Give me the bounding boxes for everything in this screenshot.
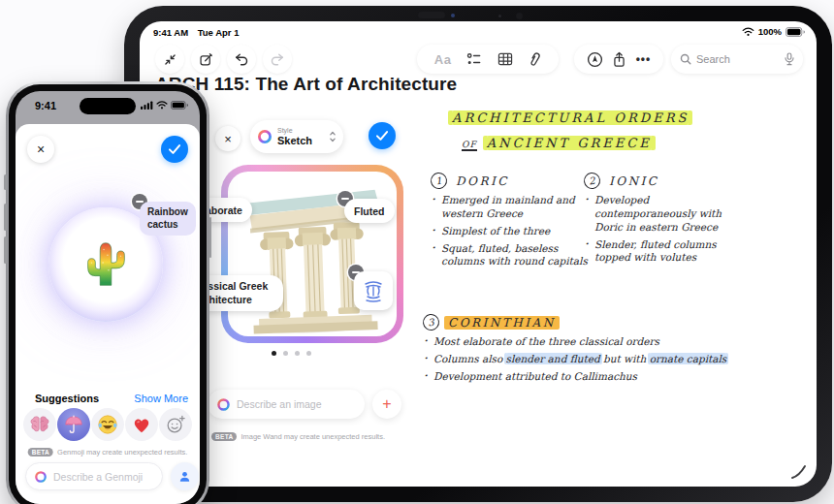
add-reference-button[interactable]: +: [372, 390, 401, 419]
table-button[interactable]: [497, 52, 513, 66]
screen-corner-reflection: [789, 461, 809, 481]
collapse-toolbar-button[interactable]: [155, 45, 184, 74]
sketch-reference-thumbnail[interactable]: [354, 271, 393, 310]
wifi-icon: [742, 27, 754, 37]
iphone-genmoji-screen: 9:41 ×: [16, 91, 200, 504]
redo-icon: [270, 52, 285, 66]
style-label: Style: [277, 127, 312, 135]
checklist-button[interactable]: [466, 52, 482, 66]
beta-badge: BETA: [28, 448, 53, 457]
apple-intelligence-icon: [257, 129, 273, 144]
ipad-battery-percent: 100%: [758, 26, 782, 37]
battery-icon: [171, 101, 188, 110]
style-picker[interactable]: Style Sketch: [250, 120, 343, 153]
corinthian-bullet: Development attributed to Callimachus: [423, 370, 743, 384]
show-more-link[interactable]: Show More: [134, 393, 188, 404]
table-icon: [497, 52, 513, 66]
suggestion-laughing-emoji[interactable]: [91, 408, 124, 441]
image-wand-input[interactable]: Describe an image: [208, 390, 365, 419]
ionic-title: IONIC: [609, 174, 659, 188]
image-wand-close-button[interactable]: ×: [215, 126, 241, 151]
suggestions-label: Suggestions: [35, 393, 99, 404]
genmoji-input[interactable]: Describe a Genmoji: [25, 462, 163, 490]
wifi-icon: [156, 101, 168, 110]
checkmark-icon: [168, 143, 181, 155]
ionic-bullet: Developed contemporaneously with Doric i…: [584, 194, 751, 235]
heart-emoji-icon: [131, 415, 152, 434]
iphone-device: 9:41 ×: [6, 81, 209, 504]
plus-icon: +: [382, 395, 391, 413]
notes-format-toolbar: Aa: [417, 45, 559, 74]
ipad-camera-housing: [418, 12, 445, 18]
notes-tools-toolbar: •••: [574, 45, 663, 74]
genmoji-accept-button[interactable]: [161, 136, 188, 163]
notes-toolbar-left: [155, 45, 292, 74]
chevron-up-down-icon: [329, 131, 337, 142]
checkmark-icon: [375, 130, 389, 142]
laughing-emoji-icon: [97, 414, 118, 435]
redo-button[interactable]: [263, 45, 292, 74]
person-icon: [177, 469, 192, 484]
collapse-arrows-icon: [163, 52, 177, 67]
marketing-composite: 9:41 AM Tue Apr 1 100%: [0, 0, 834, 504]
beta-badge: BETA: [211, 432, 237, 441]
ipad-device: 9:41 AM Tue Apr 1 100%: [124, 6, 832, 502]
ipad-status-bar: 9:41 AM Tue Apr 1: [153, 27, 239, 38]
undo-button[interactable]: [227, 45, 256, 74]
checklist-icon: [466, 52, 482, 66]
corinthian-bullet: Columns also slender and fluted but with…: [423, 353, 743, 366]
ipad-sensor-dot-icon: [498, 15, 501, 17]
corinthian-number: 3: [422, 313, 440, 331]
doric-title: DORIC: [456, 174, 509, 188]
doric-bullet: Emerged in mainland and western Greece: [431, 194, 588, 221]
share-button[interactable]: [612, 51, 626, 68]
create-new-genmoji-button[interactable]: [159, 408, 192, 441]
dictation-mic-icon[interactable]: [785, 52, 794, 66]
paperclip-icon: [525, 49, 544, 70]
share-icon: [612, 51, 626, 68]
style-value: Sketch: [277, 135, 312, 146]
doric-number: 1: [430, 172, 448, 190]
ipad-camera-dot-icon: [451, 14, 455, 17]
attachment-button[interactable]: [528, 51, 541, 67]
power-button: [209, 217, 212, 258]
undo-icon: [234, 52, 249, 66]
notes-section-ionic: 2 IONIC Developed contemporaneously with…: [584, 173, 751, 268]
dynamic-island: [80, 98, 136, 114]
genmoji-close-button[interactable]: ×: [27, 136, 54, 163]
apple-intelligence-icon: [216, 397, 231, 412]
image-wand-accept-button[interactable]: [369, 122, 396, 149]
suggestion-umbrella-emoji-selected[interactable]: [57, 408, 90, 441]
genmoji-placeholder: Describe a Genmoji: [53, 471, 143, 483]
new-emoji-plus-icon: [165, 414, 186, 435]
close-icon: ×: [37, 142, 45, 157]
notes-section-doric: 1 DORIC Emerged in mainland and western …: [431, 173, 588, 272]
search-icon: [680, 53, 691, 65]
search-placeholder: Search: [696, 53, 780, 65]
genmoji-disclaimer: BETA Genmoji may create unexpected resul…: [28, 448, 188, 457]
column-sketch-icon: [360, 277, 387, 304]
notes-section-corinthian: 3 CORINTHIAN Most elaborate of the three…: [423, 314, 743, 388]
cellular-signal-icon: [141, 101, 153, 110]
more-button[interactable]: •••: [636, 52, 652, 66]
image-wand-disclaimer: BETA Image Wand may create unexpected re…: [211, 432, 385, 441]
prompt-tag-fluted[interactable]: Fluted: [344, 199, 395, 223]
close-icon: ×: [224, 132, 232, 146]
text-format-button[interactable]: Aa: [434, 52, 452, 67]
people-genmoji-button[interactable]: [171, 462, 199, 490]
genmoji-prompt-tag[interactable]: Rainbow cactus: [140, 202, 196, 236]
battery-icon: [786, 27, 805, 37]
pencil-tools-button[interactable]: [587, 51, 603, 68]
compose-note-button[interactable]: [191, 45, 220, 74]
umbrella-emoji-icon: [63, 414, 84, 435]
rainbow-cactus-emoji: [76, 235, 136, 295]
iphone-bezel: 9:41 ×: [9, 84, 207, 504]
ipad-status-right: 100%: [742, 26, 805, 37]
suggestion-heart-emoji[interactable]: [125, 408, 158, 441]
generated-image-card[interactable]: [221, 165, 403, 343]
doric-bullet: Simplest of the three: [431, 225, 588, 238]
image-wand-placeholder: Describe an image: [237, 398, 322, 410]
suggestion-brain-emoji[interactable]: [23, 408, 56, 441]
variation-page-dots[interactable]: [272, 351, 311, 356]
notes-search-field[interactable]: Search: [671, 45, 803, 74]
